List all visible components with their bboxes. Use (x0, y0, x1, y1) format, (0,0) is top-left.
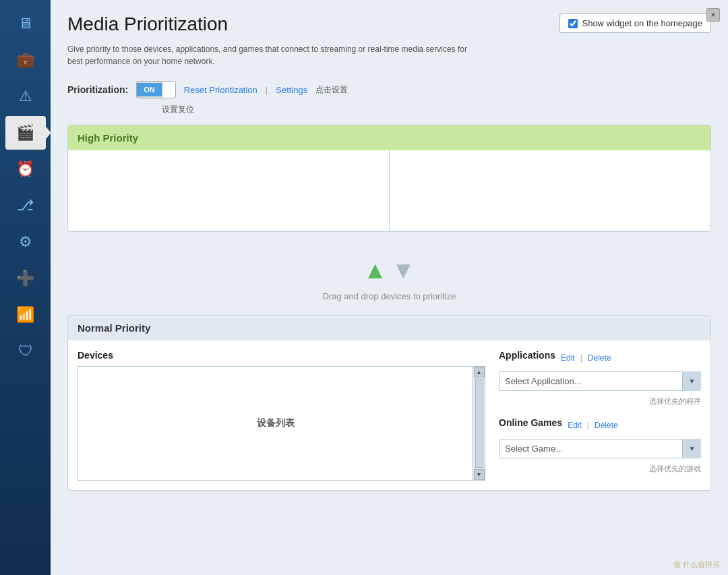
widget-checkbox-wrap[interactable]: Show widget on the homepage (559, 13, 711, 33)
high-priority-header: High Priority (68, 125, 710, 150)
settings-chinese: 点击设置 (315, 84, 348, 96)
sidebar-item-media[interactable]: 🎬 (5, 116, 46, 150)
media-icon: 🎬 (16, 124, 34, 142)
np-row: Devices 设备列表 ▲ ▼ (78, 350, 701, 481)
devices-list-inner: 设备列表 (78, 367, 473, 480)
sidebar-item-clock[interactable]: ⏰ (5, 152, 46, 186)
high-priority-col-2 (390, 150, 710, 231)
toggle-indicator (162, 82, 175, 98)
scrollbar: ▲ ▼ (473, 367, 485, 480)
online-games-edit-link[interactable]: Edit (568, 421, 582, 430)
sidebar-item-shield[interactable]: 🛡 (5, 334, 46, 368)
widget-checkbox-label: Show widget on the homepage (582, 18, 702, 28)
gear-icon: ⚙ (19, 233, 32, 251)
online-games-label: Online Games (499, 417, 562, 428)
briefcase-icon: 💼 (16, 51, 34, 69)
applications-sep: | (580, 353, 582, 363)
wifi-icon: 📶 (16, 306, 34, 324)
sidebar-item-computer[interactable]: 🖥 (5, 7, 46, 40)
close-button[interactable]: × (706, 8, 720, 22)
np-right-col: Applications Edit | Delete Select Applic… (499, 350, 701, 481)
computer-icon: 🖥 (18, 15, 33, 32)
devices-list-container: 设备列表 ▲ ▼ (78, 366, 485, 481)
select-game[interactable]: Select Game... (499, 439, 701, 458)
page-title: Media Prioritization (67, 13, 228, 35)
bar-separator-1: | (266, 85, 268, 95)
select-game-wrapper: Select Game... ▼ (499, 439, 701, 458)
normal-priority-body: Devices 设备列表 ▲ ▼ (68, 340, 710, 490)
drag-arrows: ▲ ▼ (363, 256, 415, 284)
select-game-chinese: 选择优先的游戏 (499, 464, 701, 474)
usb-icon: ⎇ (17, 197, 34, 214)
reset-chinese: 设置复位 (162, 104, 194, 114)
drag-drop-text: Drag and drop devices to prioritize (323, 291, 456, 301)
sidebar-item-usb[interactable]: ⎇ (5, 189, 46, 222)
toggle-switch[interactable]: ON (136, 81, 176, 98)
high-priority-col-1 (68, 150, 390, 231)
widget-checkbox[interactable] (568, 19, 578, 28)
sidebar: 🖥 💼 ⚠ 🎬 ⏰ ⎇ ⚙ ➕ 📶 🛡 (0, 0, 51, 575)
prioritization-bar: Prioritization: ON Reset Prioritization … (67, 81, 711, 98)
devices-placeholder: 设备列表 (257, 417, 295, 429)
warning-icon: ⚠ (19, 88, 32, 105)
high-priority-body (68, 150, 710, 231)
devices-label: Devices (78, 350, 485, 361)
online-games-delete-link[interactable]: Delete (595, 421, 618, 430)
panel-description: Give priority to those devices, applicat… (67, 43, 472, 67)
online-games-title-row: Online Games Edit | Delete (499, 417, 701, 433)
normal-priority-section: Normal Priority Devices 设备列表 ▲ (67, 315, 711, 491)
prioritization-label: Prioritization: (67, 84, 128, 95)
sidebar-item-gear[interactable]: ⚙ (5, 225, 46, 259)
main-content: × Media Prioritization Show widget on th… (51, 0, 728, 575)
reset-prioritization-link[interactable]: Reset Prioritization (184, 85, 257, 95)
drag-drop-area: ▲ ▼ Drag and drop devices to prioritize (67, 243, 711, 315)
normal-priority-header: Normal Priority (68, 315, 710, 340)
applications-edit-link[interactable]: Edit (561, 353, 575, 363)
applications-label: Applications (499, 350, 555, 361)
online-games-sep: | (587, 421, 589, 430)
sidebar-item-warning[interactable]: ⚠ (5, 80, 46, 113)
scrollbar-down-button[interactable]: ▼ (474, 469, 485, 480)
panel: × Media Prioritization Show widget on th… (51, 0, 728, 575)
medkit-icon: ➕ (16, 270, 34, 287)
applications-title-row: Applications Edit | Delete (499, 350, 701, 366)
select-application-chinese: 选择优先的程序 (499, 396, 701, 406)
sidebar-item-wifi[interactable]: 📶 (5, 298, 46, 332)
applications-delete-link[interactable]: Delete (588, 353, 611, 363)
settings-link[interactable]: Settings (276, 85, 307, 95)
select-application[interactable]: Select Application... (499, 371, 701, 391)
panel-header: Media Prioritization Show widget on the … (67, 13, 711, 35)
toggle-on-label: ON (137, 83, 162, 96)
sidebar-item-medkit[interactable]: ➕ (5, 262, 46, 295)
scrollbar-up-button[interactable]: ▲ (474, 367, 485, 377)
watermark: 值 什么值得买 (673, 559, 720, 570)
np-devices-col: Devices 设备列表 ▲ ▼ (78, 350, 485, 481)
arrow-up-icon: ▲ (363, 256, 388, 284)
sidebar-item-briefcase[interactable]: 💼 (5, 43, 46, 77)
arrow-down-icon: ▼ (392, 256, 416, 284)
clock-icon: ⏰ (16, 160, 34, 178)
scrollbar-thumb[interactable] (475, 379, 483, 468)
high-priority-section: High Priority (67, 125, 711, 232)
shield-icon: 🛡 (18, 342, 33, 360)
select-application-wrapper: Select Application... ▼ (499, 371, 701, 391)
